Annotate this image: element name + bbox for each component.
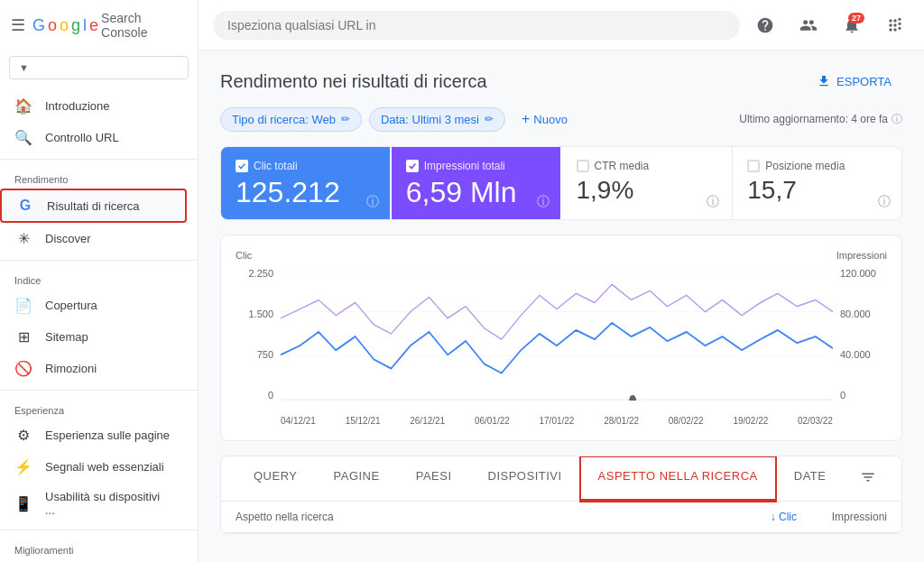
users-icon[interactable]: [794, 11, 823, 40]
metric-impressioni-totali[interactable]: Impressioni totali 6,59 Mln ⓘ: [392, 147, 560, 219]
tipo-ricerca-filter[interactable]: Tipo di ricerca: Web ✏: [220, 107, 362, 132]
help-icon[interactable]: [751, 11, 780, 40]
sitemap-icon: ⊞: [14, 328, 32, 345]
content-area: Rendimento nei risultati di ricerca ESPO…: [199, 51, 924, 562]
discover-icon: ✳: [14, 230, 32, 247]
section-label-miglioramenti: Miglioramenti: [0, 536, 198, 559]
checkbox-posizione: [747, 160, 760, 172]
sidebar-item-sitemap[interactable]: ⊞ Sitemap: [0, 321, 187, 353]
chart-area: 2.250 1.500 750 0: [236, 268, 887, 426]
nuovo-button[interactable]: + Nuovo: [513, 106, 577, 132]
metrics-row: Clic totali 125.212 ⓘ Impressioni totali…: [220, 146, 902, 220]
metric-posizione[interactable]: Posizione media 15,7 ⓘ: [732, 147, 901, 219]
metric-info-impressioni[interactable]: ⓘ: [537, 194, 550, 210]
hamburger-icon[interactable]: ☰: [11, 15, 25, 35]
sidebar-item-rimozioni[interactable]: 🚫 Rimozioni: [0, 353, 187, 384]
app-title: Search Console: [101, 11, 187, 40]
checkbox-clic-totali: [236, 160, 248, 172]
sidebar-item-introduzione[interactable]: 🏠 Introduzione: [0, 90, 187, 122]
chart-y-right-label: Impressioni: [836, 250, 887, 261]
metric-value-posizione: 15,7: [747, 178, 887, 203]
sidebar-header: ☰ Google Search Console: [0, 0, 198, 51]
main-content: 27 Rendimento nei risultati di ricerca E…: [199, 0, 924, 562]
google-g-icon: G: [16, 198, 34, 214]
filter-bar: Tipo di ricerca: Web ✏ Data: Ultimi 3 me…: [220, 106, 902, 132]
page-experience-icon: ⚙: [14, 427, 32, 444]
metric-value-ctr: 1,9%: [577, 178, 716, 203]
chart-y-axis-left: 2.250 1.500 750 0: [236, 268, 281, 401]
sidebar-item-copertura[interactable]: 📄 Copertura: [0, 290, 187, 321]
checkbox-impressioni: [406, 160, 419, 172]
notifications-badge: 27: [848, 13, 864, 23]
nav-divider-4: [0, 530, 198, 530]
section-label-esperienza: Esperienza: [0, 396, 198, 419]
sidebar-item-segnali-web[interactable]: ⚡ Segnali web essenziali: [0, 451, 187, 483]
topbar: 27: [199, 0, 924, 51]
chart-svg: [281, 268, 833, 401]
web-vitals-icon: ⚡: [14, 458, 32, 475]
metric-value-clic: 125.212: [236, 178, 375, 207]
last-update-info-icon[interactable]: ⓘ: [892, 112, 902, 127]
last-update: Ultimo aggiornamento: 4 ore fa ⓘ: [739, 112, 902, 127]
nav-divider-2: [0, 260, 198, 261]
tabs-container: QUERY PAGINE PAESI DISPOSITIVI ASPETTO N…: [220, 456, 902, 534]
section-label-indice: Indice: [0, 266, 198, 290]
tab-query[interactable]: QUERY: [236, 456, 316, 502]
search-input[interactable]: [213, 11, 740, 40]
metric-ctr[interactable]: CTR media 1,9% ⓘ: [562, 147, 731, 219]
tabs-header: QUERY PAGINE PAESI DISPOSITIVI ASPETTO N…: [221, 456, 901, 502]
svg-point-4: [629, 395, 636, 401]
metric-info-ctr[interactable]: ⓘ: [707, 194, 719, 210]
chart-container: Clic Impressioni 2.250 1.500 750 0: [220, 235, 902, 441]
apps-icon[interactable]: [881, 11, 910, 40]
section-label-rendimento: Rendimento: [0, 165, 198, 189]
url-check-icon: 🔍: [14, 129, 32, 146]
tab-paesi[interactable]: PAESI: [398, 456, 470, 502]
data-filter[interactable]: Data: Ultimi 3 mesi ✏: [369, 107, 505, 132]
edit-icon: ✏: [341, 113, 350, 125]
sidebar-item-controllo-url[interactable]: 🔍 Controllo URL: [0, 122, 187, 153]
tab-dispositivi[interactable]: DISPOSITIVI: [470, 456, 580, 502]
table-col-sort[interactable]: ↓ Clic: [707, 511, 797, 523]
property-selector[interactable]: ▼: [9, 56, 189, 79]
home-icon: 🏠: [14, 97, 32, 115]
google-logo: Google Search Console: [32, 11, 187, 40]
removals-icon: 🚫: [14, 360, 32, 377]
table-col-main: Aspetto nella ricerca: [236, 511, 707, 523]
tab-date[interactable]: DATE: [776, 456, 845, 502]
page-title: Rendimento nei risultati di ricerca: [220, 71, 487, 92]
table-col-right: Impressioni: [797, 511, 887, 523]
metric-clic-totali[interactable]: Clic totali 125.212 ⓘ: [221, 147, 390, 219]
metric-value-impressioni: 6,59 Mln: [406, 178, 546, 207]
topbar-icons: 27: [751, 11, 910, 40]
notifications-icon[interactable]: 27: [837, 11, 866, 40]
sidebar: ☰ Google Search Console ▼ 🏠 Introduzione…: [0, 0, 199, 562]
metric-info-posizione[interactable]: ⓘ: [878, 194, 891, 210]
sidebar-item-esperienza-pagine[interactable]: ⚙ Esperienza sulle pagine: [0, 419, 187, 451]
tab-aspetto[interactable]: ASPETTO NELLA RICERCA: [580, 456, 776, 502]
chart-x-labels: 04/12/21 15/12/21 26/12/21 06/01/22 17/0…: [281, 412, 833, 426]
page-header: Rendimento nei risultati di ricerca ESPO…: [220, 69, 902, 94]
chart-y-left-label: Clic: [236, 250, 252, 261]
nav-divider-3: [0, 390, 198, 391]
sidebar-item-risultati-di-ricerca[interactable]: G Risultati di ricerca: [0, 189, 187, 223]
tab-pagine[interactable]: PAGINE: [316, 456, 398, 502]
sidebar-item-usabilita[interactable]: 📱 Usabilità su dispositivi ...: [0, 483, 187, 524]
checkbox-ctr: [577, 160, 589, 172]
metric-info-clic[interactable]: ⓘ: [366, 194, 379, 210]
plus-icon: +: [522, 111, 530, 127]
mobile-icon: 📱: [14, 495, 32, 512]
edit-icon-2: ✏: [485, 113, 494, 125]
sidebar-item-discover[interactable]: ✳ Discover: [0, 223, 187, 254]
coverage-icon: 📄: [14, 297, 32, 314]
nav-divider: [0, 159, 198, 160]
chart-y-axis-right: 120.000 80.000 40.000 0: [833, 268, 887, 401]
table-header: Aspetto nella ricerca ↓ Clic Impressioni: [221, 502, 901, 533]
chart-labels-row: Clic Impressioni: [236, 250, 887, 264]
export-button[interactable]: ESPORTA: [806, 69, 902, 94]
filter-icon[interactable]: [849, 456, 887, 501]
